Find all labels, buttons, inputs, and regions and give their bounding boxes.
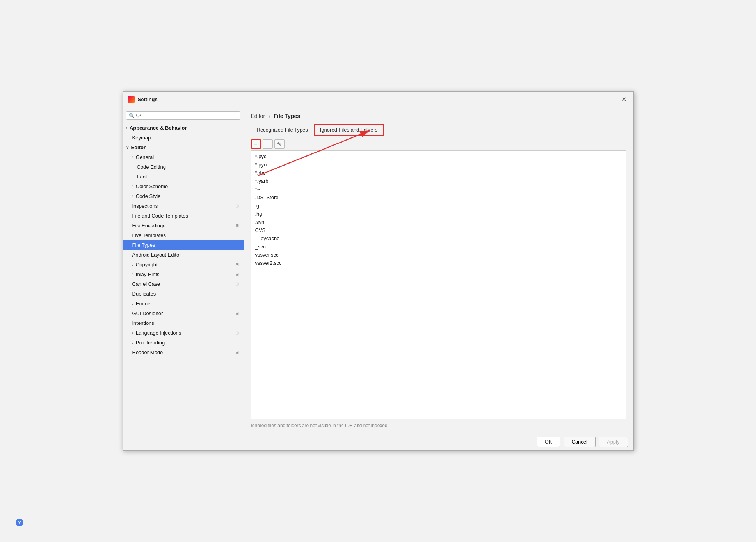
chevron-icon: ∨: [126, 145, 129, 150]
sidebar-item-label: Copyright: [136, 262, 158, 267]
apply-button[interactable]: Apply: [599, 437, 628, 447]
sidebar-item-label: File and Code Templates: [132, 213, 189, 219]
sidebar-item-file-encodings[interactable]: File Encodings⊞: [123, 221, 244, 230]
sidebar-item-label: Appearance & Behavior: [130, 125, 187, 131]
sidebar-item-label: Inlay Hints: [136, 271, 160, 277]
settings-dialog: Settings ✕ 🔍 ›Appearance & BehaviorKeyma…: [123, 91, 634, 451]
ignored-files-list[interactable]: *.pyc*.pyo*.rbc*.yarb*~.DS_Store.git.hg.…: [251, 150, 626, 419]
chevron-icon: ›: [132, 262, 133, 267]
list-item[interactable]: *.rbc: [251, 169, 626, 177]
sidebar-item-label: Keymap: [132, 135, 151, 141]
sidebar-item-keymap[interactable]: Keymap: [123, 133, 244, 143]
list-item[interactable]: .svn: [251, 218, 626, 226]
chevron-icon: ›: [132, 331, 133, 335]
settings-icon: ⊞: [235, 282, 239, 287]
chevron-icon: ›: [132, 301, 133, 306]
edit-button[interactable]: ✎: [274, 139, 285, 149]
list-item[interactable]: *.yarb: [251, 177, 626, 185]
dialog-footer: OK Cancel Apply: [123, 433, 633, 450]
sidebar-item-label: File Encodings: [132, 223, 165, 228]
list-item[interactable]: .hg: [251, 210, 626, 218]
sidebar-item-label: GUI Designer: [132, 310, 163, 316]
settings-icon: ⊞: [235, 350, 239, 355]
sidebar-item-camel-case[interactable]: Camel Case⊞: [123, 279, 244, 289]
settings-icon: ⊞: [235, 203, 239, 209]
sidebar-item-label: Editor: [131, 144, 146, 150]
sidebar-item-inlay-hints[interactable]: ›Inlay Hints⊞: [123, 269, 244, 279]
settings-icon: ⊞: [235, 272, 239, 277]
sidebar-item-label: Language Injections: [136, 330, 181, 336]
list-item[interactable]: CVS: [251, 226, 626, 234]
list-item[interactable]: .DS_Store: [251, 193, 626, 201]
sidebar-item-label: Live Templates: [132, 232, 166, 238]
sidebar-item-emmet[interactable]: ›Emmet: [123, 299, 244, 308]
chevron-icon: ›: [132, 272, 133, 276]
sidebar-item-editor[interactable]: ∨Editor: [123, 143, 244, 152]
sidebar-item-color-scheme[interactable]: ›Color Scheme: [123, 182, 244, 191]
status-text: Ignored files and folders are not visibl…: [251, 422, 626, 429]
title-bar: Settings ✕: [123, 92, 633, 107]
sidebar-item-label: Duplicates: [132, 291, 156, 297]
breadcrumb: Editor › File Types: [251, 113, 626, 119]
list-item[interactable]: _svn: [251, 242, 626, 251]
list-item[interactable]: *~: [251, 185, 626, 193]
chevron-icon: ›: [132, 184, 133, 189]
sidebar-item-label: Camel Case: [132, 281, 160, 287]
ok-button[interactable]: OK: [537, 437, 560, 447]
sidebar-item-copyright[interactable]: ›Copyright⊞: [123, 260, 244, 269]
list-item[interactable]: .git: [251, 201, 626, 210]
sidebar-item-label: Android Layout Editor: [132, 252, 181, 258]
sidebar-item-android-layout-editor[interactable]: Android Layout Editor: [123, 250, 244, 260]
sidebar-item-label: Proofreading: [136, 340, 165, 346]
sidebar-item-gui-designer[interactable]: GUI Designer⊞: [123, 308, 244, 318]
settings-icon: ⊞: [235, 330, 239, 335]
help-button[interactable]: ?: [16, 519, 23, 526]
dialog-body: 🔍 ›Appearance & BehaviorKeymap∨Editor›Ge…: [123, 107, 633, 433]
toolbar: + − ✎: [251, 139, 626, 149]
sidebar-item-label: Color Scheme: [136, 184, 168, 189]
tab-recognized[interactable]: Recognized File Types: [251, 124, 314, 136]
settings-icon: ⊞: [235, 262, 239, 267]
chevron-icon: ›: [132, 155, 133, 159]
sidebar-item-general[interactable]: ›General: [123, 152, 244, 162]
sidebar-item-proofreading[interactable]: ›Proofreading: [123, 338, 244, 348]
list-item[interactable]: vssver2.scc: [251, 259, 626, 267]
list-item[interactable]: __pycache__: [251, 234, 626, 242]
sidebar-item-inspections[interactable]: Inspections⊞: [123, 201, 244, 211]
sidebar-item-duplicates[interactable]: Duplicates: [123, 289, 244, 299]
settings-icon: ⊞: [235, 223, 239, 228]
remove-button[interactable]: −: [263, 139, 273, 149]
main-content: Editor › File Types Recognized File Type…: [244, 107, 633, 433]
breadcrumb-separator: ›: [269, 113, 270, 119]
nav-container: ›Appearance & BehaviorKeymap∨Editor›Gene…: [123, 123, 244, 357]
sidebar-item-code-style[interactable]: ›Code Style: [123, 191, 244, 201]
list-item[interactable]: *.pyc: [251, 152, 626, 160]
close-button[interactable]: ✕: [619, 95, 629, 104]
cancel-button[interactable]: Cancel: [564, 437, 596, 447]
add-button[interactable]: +: [251, 139, 261, 149]
chevron-icon: ›: [126, 126, 127, 130]
sidebar-item-appearance[interactable]: ›Appearance & Behavior: [123, 123, 244, 133]
sidebar-item-label: Code Style: [136, 193, 161, 199]
sidebar-item-label: Reader Mode: [132, 349, 163, 355]
sidebar-item-file-code-templates[interactable]: File and Code Templates: [123, 211, 244, 221]
tab-ignored[interactable]: Ignored Files and Folders: [314, 124, 384, 136]
search-box[interactable]: 🔍: [126, 111, 240, 120]
sidebar-item-file-types[interactable]: File Types: [123, 240, 244, 250]
sidebar-item-code-editing[interactable]: Code Editing: [123, 162, 244, 172]
sidebar-item-language-injections[interactable]: ›Language Injections⊞: [123, 328, 244, 338]
sidebar-item-label: Code Editing: [137, 164, 166, 170]
breadcrumb-current: File Types: [274, 113, 300, 119]
sidebar-item-label: Intentions: [132, 320, 154, 326]
sidebar-item-live-templates[interactable]: Live Templates: [123, 230, 244, 240]
list-item[interactable]: *.pyo: [251, 160, 626, 169]
search-icon: 🔍: [129, 113, 135, 118]
search-input[interactable]: [136, 113, 238, 118]
main-wrapper: Editor › File Types Recognized File Type…: [244, 107, 633, 433]
list-item[interactable]: vssver.scc: [251, 251, 626, 259]
sidebar-item-reader-mode[interactable]: Reader Mode⊞: [123, 348, 244, 357]
tabs: Recognized File Types Ignored Files and …: [251, 124, 626, 136]
sidebar-item-label: Emmet: [136, 301, 152, 307]
sidebar-item-font[interactable]: Font: [123, 172, 244, 182]
sidebar-item-intentions[interactable]: Intentions: [123, 318, 244, 328]
